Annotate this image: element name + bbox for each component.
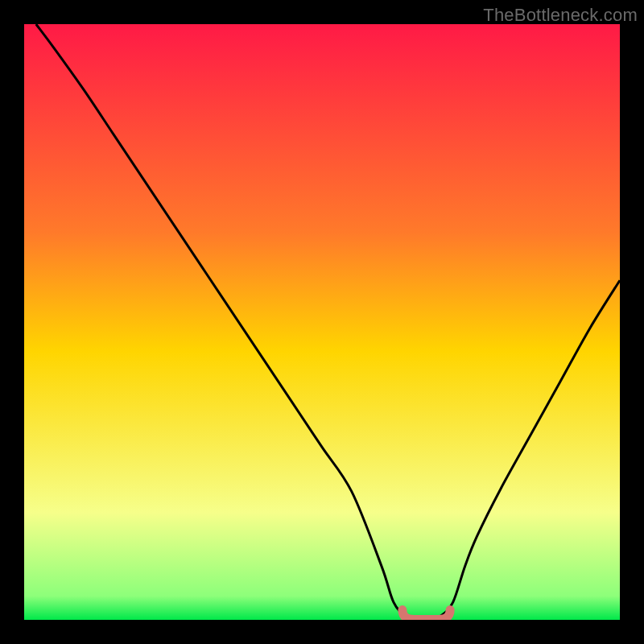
bottleneck-chart bbox=[0, 0, 644, 644]
chart-frame: { "watermark": "TheBottleneck.com", "col… bbox=[0, 0, 644, 644]
watermark-text: TheBottleneck.com bbox=[483, 5, 638, 26]
plot-background bbox=[24, 24, 620, 620]
